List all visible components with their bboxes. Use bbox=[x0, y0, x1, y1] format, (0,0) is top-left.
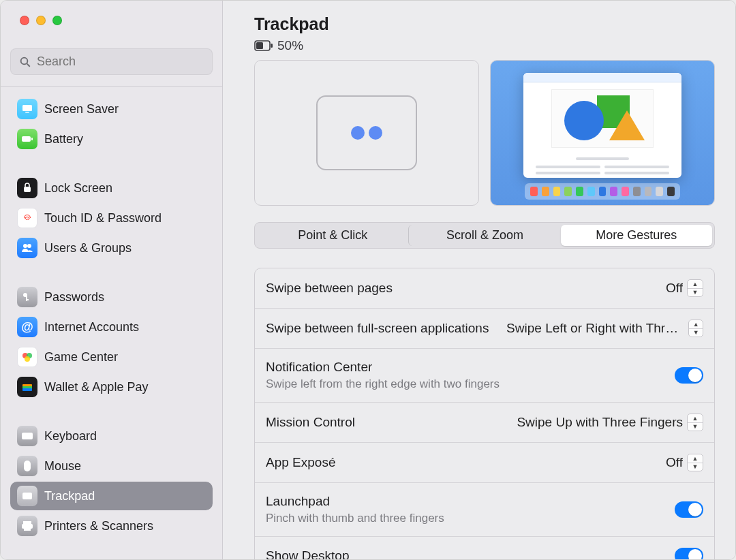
sidebar-nav[interactable]: Screen Saver Battery Lock Screen bbox=[1, 87, 222, 559]
setting-title: Notification Center bbox=[266, 360, 500, 375]
users-icon bbox=[17, 238, 37, 258]
window-controls bbox=[1, 1, 222, 39]
sidebar-item-lock-screen[interactable]: Lock Screen bbox=[10, 174, 213, 202]
tab-more-gestures[interactable]: More Gestures bbox=[561, 225, 712, 246]
chevron-down-icon: ▼ bbox=[688, 463, 703, 471]
wallet-icon bbox=[17, 377, 37, 397]
svg-line-1 bbox=[27, 63, 30, 66]
svg-point-14 bbox=[25, 356, 30, 362]
toggle-show-desktop[interactable] bbox=[675, 548, 703, 559]
setting-value: Swipe Up with Three Fingers bbox=[517, 415, 683, 430]
svg-rect-5 bbox=[31, 138, 33, 140]
sidebar-item-touch-id[interactable]: Touch ID & Password bbox=[10, 204, 213, 232]
setting-value: Off bbox=[666, 281, 683, 296]
svg-rect-17 bbox=[22, 388, 32, 391]
sidebar-item-mouse[interactable]: Mouse bbox=[10, 452, 213, 480]
setting-mission-control: Mission Control Swipe Up with Three Fing… bbox=[255, 403, 714, 443]
svg-rect-3 bbox=[25, 112, 29, 113]
setting-title: Mission Control bbox=[266, 415, 355, 430]
chevron-up-icon: ▲ bbox=[689, 320, 703, 329]
sidebar-item-keyboard[interactable]: Keyboard bbox=[10, 422, 213, 450]
sidebar-item-internet-accounts[interactable]: @ Internet Accounts bbox=[10, 313, 213, 341]
sidebar-item-game-center[interactable]: Game Center bbox=[10, 343, 213, 371]
setting-app-expose: App Exposé Off ▲ ▼ bbox=[255, 443, 714, 483]
chevron-up-icon: ▲ bbox=[688, 454, 703, 463]
screen-saver-icon bbox=[17, 99, 37, 119]
svg-rect-21 bbox=[23, 521, 31, 524]
at-icon: @ bbox=[17, 317, 37, 337]
battery-percentage: 50% bbox=[277, 38, 303, 53]
toggle-launchpad[interactable] bbox=[675, 501, 703, 518]
sidebar-item-printers-scanners[interactable]: Printers & Scanners bbox=[10, 512, 213, 540]
sidebar-item-trackpad[interactable]: Trackpad bbox=[10, 482, 213, 510]
setting-title: Swipe between pages bbox=[266, 281, 393, 296]
settings-list: Swipe between pages Off ▲ ▼ Swipe betwee… bbox=[254, 268, 715, 559]
search-input[interactable] bbox=[37, 55, 204, 69]
sidebar-item-label: Passwords bbox=[44, 290, 104, 305]
close-window-button[interactable] bbox=[20, 16, 29, 25]
svg-point-0 bbox=[21, 57, 28, 64]
preview-row bbox=[254, 60, 715, 206]
setting-title: Swipe between full-screen applications bbox=[266, 321, 489, 336]
setting-show-desktop: Show Desktop bbox=[255, 537, 714, 559]
setting-value: Swipe Left or Right with Three Fi… bbox=[506, 321, 684, 336]
printer-icon bbox=[17, 516, 37, 536]
page-title: Trackpad bbox=[254, 14, 715, 34]
svg-rect-4 bbox=[22, 136, 31, 142]
sidebar-item-passwords[interactable]: Passwords bbox=[10, 283, 213, 311]
dock-preview-icon bbox=[525, 183, 680, 200]
setting-title: App Exposé bbox=[266, 455, 335, 470]
svg-point-7 bbox=[23, 244, 27, 248]
sidebar-item-label: Users & Groups bbox=[44, 241, 132, 255]
sidebar-item-wallet[interactable]: Wallet & Apple Pay bbox=[10, 373, 213, 401]
sidebar: Screen Saver Battery Lock Screen bbox=[1, 1, 223, 559]
svg-point-8 bbox=[27, 244, 31, 248]
sidebar-item-screen-saver[interactable]: Screen Saver bbox=[10, 95, 213, 123]
setting-swipe-fullscreen-apps: Swipe between full-screen applications S… bbox=[255, 309, 714, 349]
battery-status: 50% bbox=[254, 38, 715, 53]
svg-rect-23 bbox=[24, 527, 31, 531]
sidebar-item-label: Touch ID & Password bbox=[44, 211, 162, 225]
dropdown-stepper[interactable]: ▲ ▼ bbox=[687, 454, 703, 471]
svg-rect-11 bbox=[26, 299, 29, 300]
key-icon bbox=[17, 287, 37, 307]
dropdown-stepper[interactable]: ▲ ▼ bbox=[687, 279, 703, 297]
search-icon bbox=[19, 56, 31, 68]
battery-level-icon bbox=[254, 40, 273, 51]
chevron-up-icon: ▲ bbox=[688, 280, 703, 289]
tab-scroll-zoom[interactable]: Scroll & Zoom bbox=[408, 225, 560, 246]
setting-title: Show Desktop bbox=[266, 548, 350, 559]
dropdown-stepper[interactable]: ▲ ▼ bbox=[687, 414, 703, 431]
sidebar-item-label: Mouse bbox=[44, 459, 81, 473]
gesture-preview bbox=[254, 60, 479, 206]
finger-dots-icon bbox=[351, 126, 382, 140]
setting-swipe-between-pages: Swipe between pages Off ▲ ▼ bbox=[255, 268, 714, 309]
maximize-window-button[interactable] bbox=[52, 16, 62, 25]
dropdown-stepper[interactable]: ▲ ▼ bbox=[688, 320, 703, 337]
setting-subtitle: Pinch with thumb and three fingers bbox=[266, 512, 444, 525]
settings-window: Screen Saver Battery Lock Screen bbox=[0, 0, 736, 560]
tab-point-click[interactable]: Point & Click bbox=[257, 225, 408, 246]
battery-icon bbox=[17, 129, 37, 149]
sidebar-item-users-groups[interactable]: Users & Groups bbox=[10, 234, 213, 262]
chevron-up-icon: ▲ bbox=[688, 414, 703, 423]
fingerprint-icon bbox=[17, 208, 37, 228]
svg-rect-27 bbox=[256, 42, 263, 49]
svg-rect-6 bbox=[24, 187, 31, 192]
setting-notification-center: Notification Center Swipe left from the … bbox=[255, 349, 714, 403]
sidebar-item-label: Keyboard bbox=[44, 429, 97, 444]
svg-rect-18 bbox=[22, 433, 33, 439]
sidebar-item-label: Game Center bbox=[44, 350, 118, 364]
desktop-preview bbox=[490, 60, 715, 206]
sidebar-item-label: Wallet & Apple Pay bbox=[44, 380, 148, 394]
tab-bar: Point & Click Scroll & Zoom More Gesture… bbox=[254, 222, 715, 249]
trackpad-icon bbox=[17, 486, 37, 506]
svg-rect-2 bbox=[22, 105, 32, 111]
svg-rect-20 bbox=[22, 493, 32, 499]
keyboard-icon bbox=[17, 426, 37, 446]
svg-rect-28 bbox=[271, 44, 273, 48]
minimize-window-button[interactable] bbox=[36, 16, 46, 25]
toggle-notification-center[interactable] bbox=[675, 367, 703, 384]
sidebar-item-battery[interactable]: Battery bbox=[10, 125, 213, 153]
search-field[interactable] bbox=[10, 48, 213, 75]
